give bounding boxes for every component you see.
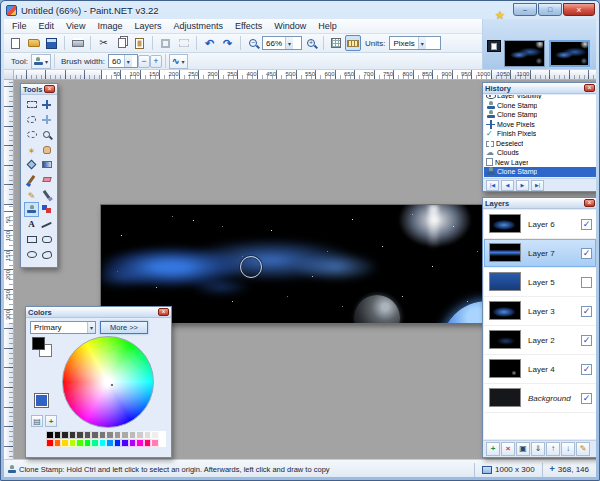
- menu-item-adjustments[interactable]: Adjustments: [167, 19, 229, 34]
- tool-recolor[interactable]: [39, 202, 54, 217]
- color-mode-select[interactable]: Primary ▾: [30, 321, 96, 334]
- tool-ellipse[interactable]: [24, 247, 39, 262]
- tool-paint-bucket[interactable]: [24, 157, 39, 172]
- layer-row[interactable]: Layer 3✓: [484, 297, 596, 326]
- copy-button[interactable]: [113, 35, 130, 52]
- paste-button[interactable]: [131, 35, 148, 52]
- menu-item-image[interactable]: Image: [91, 19, 128, 34]
- save-button[interactable]: [43, 35, 60, 52]
- layer-row[interactable]: Layer 5: [484, 268, 596, 297]
- redo-button[interactable]: ↷: [219, 35, 236, 52]
- tools-palette-titlebar[interactable]: Tools ×: [21, 84, 57, 95]
- layer-visibility-checkbox[interactable]: ✓: [581, 219, 592, 230]
- tool-pan[interactable]: [39, 142, 54, 157]
- color-swatch[interactable]: [46, 431, 54, 439]
- layer-visibility-checkbox[interactable]: [581, 277, 592, 288]
- color-swatch[interactable]: [76, 431, 84, 439]
- primary-color-swatch[interactable]: [32, 337, 45, 350]
- history-item[interactable]: Clone Stamp: [484, 101, 596, 111]
- tools-close-button[interactable]: ×: [44, 85, 55, 93]
- active-tool-select[interactable]: ▾: [31, 54, 51, 69]
- layer-row[interactable]: Layer 4✓: [484, 355, 596, 384]
- tool-rounded-rectangle[interactable]: [39, 232, 54, 247]
- add-layer-button[interactable]: +: [486, 442, 500, 456]
- color-swatch[interactable]: [144, 439, 152, 447]
- duplicate-layer-button[interactable]: ▣: [516, 442, 530, 456]
- layer-row[interactable]: Background✓: [484, 384, 596, 413]
- layer-row[interactable]: Layer 7✓: [484, 239, 596, 268]
- color-wheel[interactable]: [62, 336, 154, 428]
- tool-color-picker[interactable]: [39, 187, 54, 202]
- color-swatch[interactable]: [69, 431, 77, 439]
- deselect-button[interactable]: [175, 35, 192, 52]
- image-tab-2-active[interactable]: [549, 40, 590, 67]
- color-swatch[interactable]: [121, 431, 129, 439]
- tool-line-curve[interactable]: [39, 217, 54, 232]
- crop-button[interactable]: [157, 35, 174, 52]
- menu-item-layers[interactable]: Layers: [128, 19, 167, 34]
- history-item[interactable]: Clouds: [484, 148, 596, 158]
- tool-clone-stamp[interactable]: [24, 202, 39, 217]
- history-item[interactable]: Finish Pixels: [484, 129, 596, 139]
- color-swatch[interactable]: [114, 439, 122, 447]
- color-swatch[interactable]: [99, 439, 107, 447]
- color-swatch[interactable]: [114, 431, 122, 439]
- units-select[interactable]: Pixels ▾: [389, 36, 441, 50]
- undo-button[interactable]: ↶: [201, 35, 218, 52]
- add-color-button[interactable]: +: [45, 415, 57, 427]
- color-swatch[interactable]: [99, 431, 107, 439]
- brush-width-input[interactable]: 60 ▾: [108, 54, 138, 68]
- tool-zoom[interactable]: [39, 127, 54, 142]
- color-swatch[interactable]: [76, 439, 84, 447]
- menu-item-effects[interactable]: Effects: [229, 19, 268, 34]
- brush-width-decrease-button[interactable]: −: [138, 55, 150, 68]
- color-swatch[interactable]: [84, 439, 92, 447]
- menu-item-window[interactable]: Window: [268, 19, 312, 34]
- grid-toggle-button[interactable]: [328, 35, 344, 51]
- tool-rectangle-select[interactable]: [24, 97, 39, 112]
- menu-item-file[interactable]: File: [6, 19, 33, 34]
- history-undo-button[interactable]: ◀: [501, 180, 514, 191]
- layer-visibility-checkbox[interactable]: ✓: [581, 393, 592, 404]
- tool-ellipse-select[interactable]: [24, 127, 39, 142]
- tool-move-selection[interactable]: [39, 112, 54, 127]
- tool-pencil[interactable]: [24, 187, 39, 202]
- layer-row[interactable]: Layer 6✓: [484, 210, 596, 239]
- color-swatch[interactable]: [129, 431, 137, 439]
- cut-button[interactable]: ✂: [95, 35, 112, 52]
- layer-visibility-checkbox[interactable]: ✓: [581, 248, 592, 259]
- layers-close-button[interactable]: ×: [584, 199, 595, 207]
- zoom-out-button[interactable]: −: [245, 35, 261, 51]
- rulers-toggle-button[interactable]: [345, 35, 361, 51]
- antialiasing-select[interactable]: ∿ ▾: [169, 54, 188, 69]
- color-swatch[interactable]: [69, 439, 77, 447]
- color-swatch[interactable]: [159, 439, 167, 447]
- tool-lasso-select[interactable]: [24, 112, 39, 127]
- history-item[interactable]: New Layer: [484, 158, 596, 168]
- history-item[interactable]: Clone Stamp: [484, 167, 596, 177]
- open-button[interactable]: [25, 35, 42, 52]
- layer-visibility-checkbox[interactable]: ✓: [581, 335, 592, 346]
- history-redo-button[interactable]: ▶: [516, 180, 529, 191]
- color-swatch[interactable]: [136, 431, 144, 439]
- merge-layer-down-button[interactable]: ⇓: [531, 442, 545, 456]
- delete-layer-button[interactable]: ×: [501, 442, 515, 456]
- history-item[interactable]: Deselect: [484, 139, 596, 149]
- color-swatch[interactable]: [151, 431, 159, 439]
- menu-item-help[interactable]: Help: [312, 19, 343, 34]
- maximize-button[interactable]: □: [538, 3, 562, 16]
- tool-move[interactable]: [39, 97, 54, 112]
- color-swatch[interactable]: [106, 431, 114, 439]
- menu-item-edit[interactable]: Edit: [33, 19, 61, 34]
- titlebar[interactable]: Untitled (66%) - Paint.NET v3.22 – □ ×: [1, 1, 599, 19]
- image-tab-1[interactable]: [504, 40, 545, 67]
- history-palette-titlebar[interactable]: History ×: [483, 83, 596, 94]
- color-swatch[interactable]: [129, 439, 137, 447]
- layer-row[interactable]: Layer 2✓: [484, 326, 596, 355]
- print-button[interactable]: [69, 35, 86, 52]
- tool-rectangle[interactable]: [24, 232, 39, 247]
- move-layer-up-button[interactable]: ↑: [546, 442, 560, 456]
- layer-properties-button[interactable]: ✎: [576, 442, 590, 456]
- tool-gradient[interactable]: [39, 157, 54, 172]
- more-button[interactable]: More >>: [100, 321, 148, 334]
